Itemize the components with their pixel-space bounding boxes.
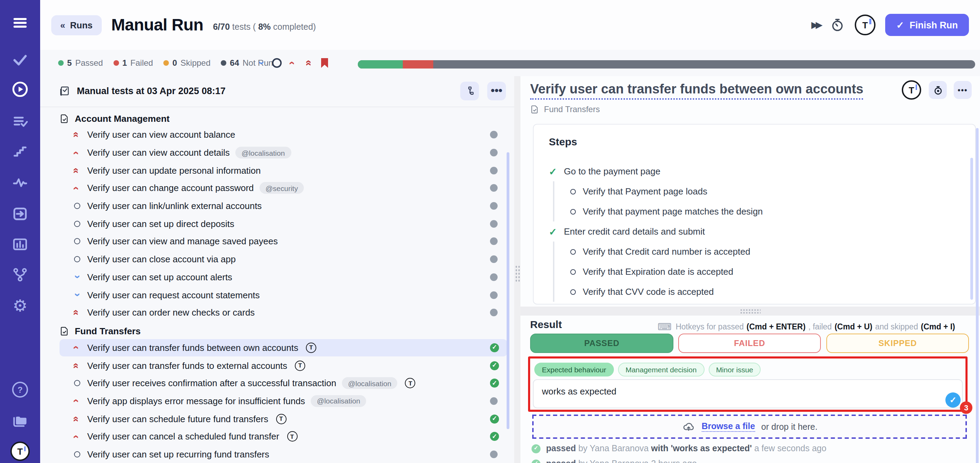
priority-icon (72, 130, 82, 140)
step-text: Verify that Credit card number is accept… (583, 247, 750, 257)
suite-breadcrumb[interactable]: Fund Transfers (530, 105, 600, 114)
test-tag[interactable]: @security (259, 182, 304, 194)
tests-check-icon[interactable] (12, 51, 29, 68)
test-row[interactable]: Verify user can change account password … (59, 179, 507, 197)
file-dropzone[interactable]: Browse a file or drop it here. (532, 415, 967, 439)
test-tag[interactable]: @localisation (235, 147, 291, 159)
run-play-icon[interactable] (11, 80, 29, 98)
test-row[interactable]: Verify user can set up recurring fund tr… (59, 445, 507, 463)
result-heading: Result (530, 318, 562, 330)
test-row[interactable]: Verify user can view account balance (59, 126, 507, 143)
step-text: Verify that payment page matches the des… (583, 206, 763, 216)
step-row[interactable]: Verify that payment page matches the des… (553, 201, 975, 221)
step-row[interactable]: Enter credit card details and submit (549, 221, 975, 242)
help-icon[interactable]: ? (12, 382, 28, 398)
analytics-icon[interactable] (11, 235, 29, 253)
test-detail-title[interactable]: Verify user can transfer funds between o… (530, 82, 863, 100)
test-plans-icon[interactable] (12, 113, 29, 129)
test-row[interactable]: Verify app displays error message for in… (59, 392, 507, 410)
entry-icon[interactable] (11, 205, 29, 223)
step-row[interactable]: Verify that Expiration date is accepted (553, 262, 975, 282)
chevron-down-filter-icon[interactable]: ‹ (256, 57, 266, 68)
right-scrollbar[interactable] (976, 128, 978, 463)
test-row[interactable]: Verify user can transfer funds to extern… (59, 357, 507, 374)
hotkeys-hint: ⌨ Hotkeys for passed (Cmd + ENTER) , fai… (657, 321, 955, 332)
double-chevron-up-filter-icon[interactable]: « (304, 57, 313, 68)
keyboard-icon: ⌨ (657, 321, 671, 332)
tree-view-button[interactable] (460, 81, 479, 100)
steps-scrollbar[interactable] (970, 158, 973, 300)
test-title: Verify user can set up recurring fund tr… (87, 449, 269, 460)
suite-header-account-management[interactable]: Account Management (40, 111, 514, 126)
step-status-icon (570, 269, 576, 274)
test-tag[interactable]: @localisation (311, 395, 366, 407)
projects-folders-icon[interactable] (11, 412, 29, 430)
bookmark-filter-icon[interactable] (320, 58, 329, 68)
suite-doc-icon (530, 105, 539, 114)
pulse-icon[interactable] (12, 174, 29, 191)
steps-icon[interactable] (12, 143, 29, 160)
test-row[interactable]: Verify user can transfer funds between o… (59, 339, 507, 356)
skipped-button[interactable]: SKIPPED (826, 334, 969, 353)
test-row[interactable]: Verify user can set up direct deposits (59, 215, 507, 232)
test-status-dot (490, 202, 498, 210)
comment-input[interactable]: works as expected (533, 379, 963, 408)
panel-splitter[interactable] (514, 76, 520, 463)
skipped-dot (163, 60, 169, 66)
splitter-grip-icon (740, 309, 760, 313)
detail-more-button[interactable]: ••• (954, 81, 972, 99)
test-tag[interactable]: @localisation (342, 377, 398, 389)
failed-button[interactable]: FAILED (678, 334, 821, 353)
test-status-dot (490, 291, 498, 299)
test-row[interactable]: Verify user can link/unlink external acc… (59, 197, 507, 215)
submit-comment-button[interactable]: ✓ (945, 392, 961, 407)
testomat-badge-icon[interactable]: T (855, 14, 875, 35)
stopwatch-icon[interactable] (830, 17, 845, 32)
test-row[interactable]: Verify user can order new checks or card… (59, 304, 507, 321)
back-to-runs-button[interactable]: « Runs (51, 15, 102, 35)
skipped-stat: 0Skipped (163, 58, 210, 68)
test-row[interactable]: Verify user receives confirmation after … (59, 374, 507, 392)
test-status-dot (490, 397, 498, 405)
test-row[interactable]: Verify user can view account details @lo… (59, 143, 507, 161)
priority-icon (72, 239, 82, 245)
result-tag[interactable]: Expected behaviour (534, 363, 614, 377)
test-row[interactable]: Verify user can request account statemen… (59, 286, 507, 304)
chevron-up-filter-icon[interactable]: ‹ (288, 57, 298, 68)
test-row[interactable]: Verify user can set up account alerts (59, 268, 507, 286)
priority-icon (72, 307, 82, 318)
test-row[interactable]: Verify user can cancel a scheduled fund … (59, 428, 507, 445)
menu-icon[interactable] (12, 14, 29, 31)
step-row[interactable]: Verify that CVV code is accepted (553, 282, 975, 302)
circle-filter-icon[interactable] (272, 58, 282, 68)
automated-test-logo-icon[interactable]: T (902, 80, 921, 100)
result-tag[interactable]: Minor issue (708, 363, 760, 377)
settings-gear-icon[interactable]: ⚙ (13, 298, 27, 314)
main-sidebar: ⚙ ? T (0, 0, 40, 463)
suite-header-fund-transfers[interactable]: Fund Transfers (40, 323, 514, 339)
result-tag[interactable]: Management decision (618, 363, 704, 377)
test-row[interactable]: Verify user can view and manage saved pa… (59, 232, 507, 250)
test-title: Verify user can transfer funds to extern… (87, 360, 287, 371)
browse-file-link[interactable]: Browse a file (702, 422, 755, 432)
test-row[interactable]: Verify user can close account via app (59, 251, 507, 268)
test-status-dot (490, 220, 498, 228)
finish-run-button[interactable]: ✓ Finish Run (885, 14, 969, 36)
priority-icon (72, 414, 82, 424)
drop-hint: or drop it here. (761, 422, 818, 431)
timer-button[interactable] (929, 81, 947, 99)
left-scrollbar[interactable] (507, 152, 509, 429)
testomat-logo[interactable]: T (10, 442, 30, 461)
step-text: Go to the payment page (564, 166, 660, 177)
steps-result-splitter[interactable] (520, 307, 980, 316)
back-to-runs-label: Runs (70, 20, 92, 30)
fast-forward-icon[interactable]: ▶▶ (811, 20, 820, 30)
step-row[interactable]: Verify that Payment page loads (553, 181, 975, 201)
step-row[interactable]: Verify that Credit card number is accept… (553, 242, 975, 262)
list-more-button[interactable]: ••• (487, 81, 506, 100)
branches-icon[interactable] (11, 266, 29, 283)
test-row[interactable]: Verify user can update personal informat… (59, 162, 507, 179)
passed-button[interactable]: PASSED (530, 334, 673, 353)
step-row[interactable]: Go to the payment page (549, 161, 975, 181)
test-row[interactable]: Verify user can schedule future fund tra… (59, 410, 507, 428)
